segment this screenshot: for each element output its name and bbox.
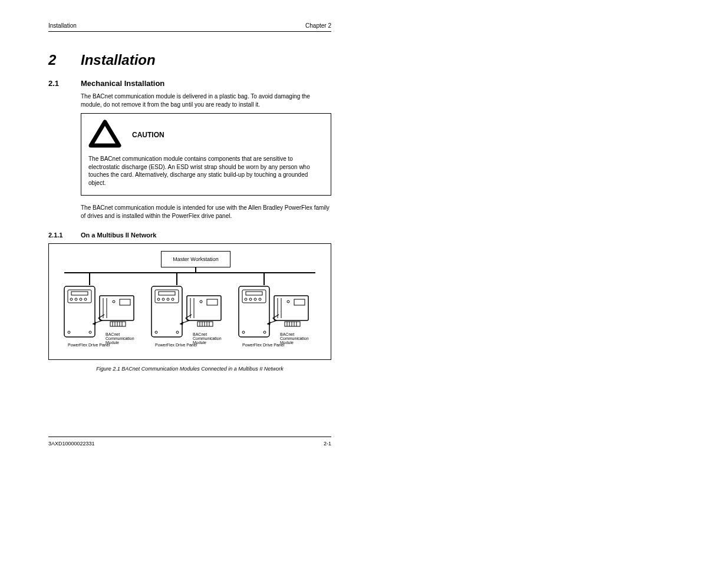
body-paragraph: The BACnet communication module is inten… [81,204,331,220]
connection-arrow-icon [90,313,106,325]
module-label: BACnet Communication Module [193,332,233,345]
connection-arrow-icon [177,313,193,325]
section-number: 2.1 [48,79,81,88]
drive-panel-icon [150,285,183,338]
section-title: Mechanical Installation [81,79,164,88]
panel-label: PowerFlex Drive Panel [242,343,284,347]
svg-point-5 [80,298,82,300]
drive-unit: PowerFlex Drive Panel BACnet Communicati… [238,285,320,344]
svg-point-46 [249,298,252,300]
svg-point-54 [287,300,289,303]
header-left: Installation [48,22,77,29]
drive-panel-icon [238,285,271,338]
connection-arrow-icon [265,313,280,325]
subsection-number: 2.1.1 [48,232,81,239]
caution-callout: CAUTION The BACnet communication module … [81,113,331,196]
module-label: BACnet Communication Module [280,332,320,345]
bus-drop [263,272,265,285]
svg-point-8 [89,331,91,333]
svg-point-28 [155,331,157,333]
caution-label: CAUTION [132,131,164,139]
panel-label: PowerFlex Drive Panel [68,343,110,347]
header-right: Chapter 2 [305,22,331,29]
svg-point-33 [200,300,202,303]
body-paragraph: The BACnet communication module is deliv… [81,92,331,108]
module-label: BACnet Communication Module [106,332,146,345]
svg-point-29 [176,331,179,333]
svg-marker-41 [180,322,183,325]
svg-rect-21 [151,286,182,337]
svg-rect-42 [239,286,269,337]
footer-left: 3AXD10000022331 [48,441,95,447]
svg-point-47 [254,298,256,300]
footer-rule [48,437,331,437]
panel-label: PowerFlex Drive Panel [155,343,197,347]
bus-drop [89,272,90,285]
figure-box: Master Workstation [48,243,331,360]
drive-unit: PowerFlex Drive Panel BACnet Communicati… [150,285,233,344]
svg-point-3 [70,298,73,300]
svg-point-48 [259,298,261,300]
svg-point-26 [167,298,169,300]
subsection-title: On a Multibus II Network [81,232,156,239]
svg-rect-0 [64,286,95,337]
master-workstation-box: Master Workstation [161,251,230,267]
svg-marker-62 [267,322,271,325]
chapter-number: 2 [48,52,81,68]
svg-point-12 [113,300,115,303]
svg-point-25 [162,298,164,300]
svg-point-50 [263,331,266,333]
svg-marker-20 [93,322,96,325]
svg-point-45 [245,298,247,300]
drive-unit: PowerFlex Drive Panel BACnet Communicati… [63,285,146,344]
svg-rect-34 [207,299,218,305]
svg-point-7 [68,331,70,333]
svg-point-6 [84,298,87,300]
svg-rect-23 [159,292,175,295]
svg-rect-55 [294,299,305,305]
warning-triangle-icon [88,120,121,150]
footer-page-number: 2-1 [324,441,331,447]
svg-rect-2 [71,292,88,295]
figure-caption: Figure 2.1 BACnet Communication Modules … [48,366,331,372]
caution-text: The BACnet communication module contains… [88,155,324,187]
svg-point-49 [242,331,245,333]
network-bus-line [64,272,315,273]
svg-point-24 [157,298,160,300]
svg-rect-13 [120,299,130,305]
header-rule [48,31,331,32]
bus-drop [176,272,177,285]
svg-rect-44 [246,292,262,295]
chapter-title: Installation [81,52,156,68]
svg-point-4 [75,298,77,300]
drive-panel-icon [63,285,96,338]
svg-point-27 [172,298,174,300]
